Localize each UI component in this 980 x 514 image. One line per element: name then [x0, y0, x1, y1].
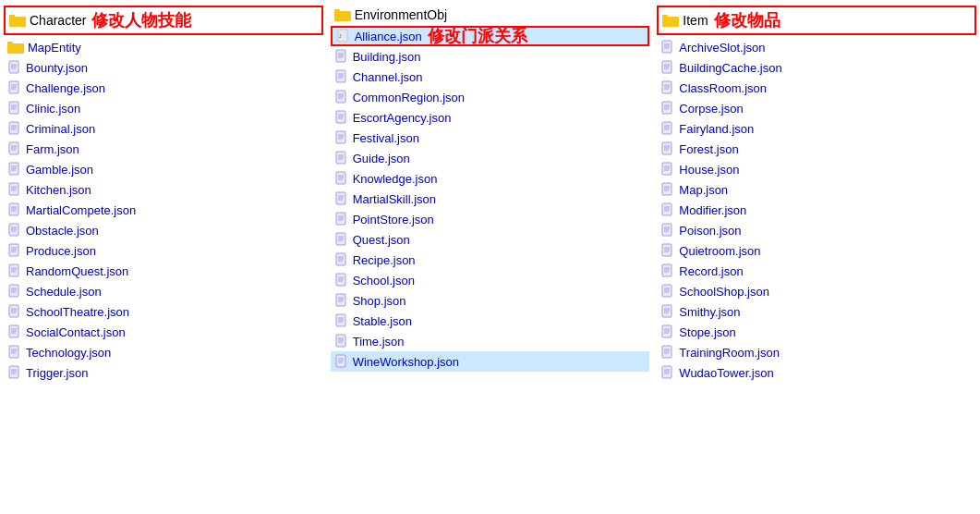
svg-rect-25 [9, 163, 18, 175]
file-item[interactable]: Stable.json [331, 311, 650, 331]
file-item[interactable]: BuildingCache.json [657, 57, 976, 78]
svg-rect-4 [7, 42, 13, 44]
alliance-label: Alliance.json [355, 30, 422, 43]
file-icon [334, 293, 349, 308]
svg-rect-183 [662, 264, 671, 276]
svg-rect-93 [336, 152, 345, 164]
file-icon [334, 212, 349, 226]
file-item[interactable]: Produce.json [4, 240, 323, 261]
svg-rect-117 [336, 274, 345, 286]
file-item[interactable]: MartialCompete.json [4, 200, 323, 220]
file-item[interactable]: Criminal.json [4, 118, 323, 139]
svg-rect-199 [662, 346, 671, 358]
svg-rect-13 [9, 102, 18, 114]
svg-rect-70 [334, 9, 340, 12]
file-item[interactable]: Quietroom.json [657, 240, 976, 261]
file-icon [7, 202, 22, 217]
svg-rect-33 [9, 203, 18, 215]
file-label: Challenge.json [26, 81, 105, 95]
file-label: Clinic.json [26, 102, 80, 116]
svg-rect-29 [9, 183, 18, 195]
file-item[interactable]: Festival.json [331, 128, 650, 148]
file-icon [660, 243, 675, 258]
file-item[interactable]: SocialContact.json [4, 322, 323, 342]
file-item[interactable]: Forest.json [657, 139, 976, 159]
file-item[interactable]: PointStore.json [331, 209, 650, 229]
character-annotation: 修改人物技能 [91, 9, 191, 31]
svg-rect-105 [336, 213, 345, 225]
file-item[interactable]: Challenge.json [4, 78, 323, 98]
file-item[interactable]: CommonRegion.json [331, 87, 650, 107]
folder-icon-item [662, 14, 679, 27]
file-item[interactable]: SchoolShop.json [657, 281, 976, 301]
file-icon [334, 151, 349, 165]
svg-rect-65 [9, 366, 18, 378]
file-item[interactable]: TrainingRoom.json [657, 342, 976, 362]
file-item[interactable]: Quest.json [331, 229, 650, 250]
file-item[interactable]: Time.json [331, 331, 650, 351]
file-item[interactable]: Technology.json [4, 342, 323, 362]
environmentobj-label: EnvironmentObj [355, 7, 447, 22]
file-item[interactable]: Schedule.json [4, 281, 323, 301]
svg-rect-41 [9, 244, 18, 256]
file-item[interactable]: Gamble.json [4, 159, 323, 179]
svg-rect-45 [9, 264, 18, 276]
file-item[interactable]: Modifier.json [657, 200, 976, 220]
svg-rect-171 [662, 203, 671, 215]
file-item[interactable]: Recipe.json [331, 250, 650, 270]
item-folder-header[interactable]: Item 修改物品 [657, 6, 976, 35]
file-item[interactable]: EscortAgency.json [331, 107, 650, 128]
file-item[interactable]: ArchiveSlot.json [657, 37, 976, 57]
file-icon [7, 162, 22, 177]
file-item[interactable]: Bounty.json [4, 57, 323, 78]
svg-rect-143 [662, 61, 671, 73]
file-item[interactable]: WineWorkshop.json [331, 351, 650, 372]
file-item[interactable]: Corpse.json [657, 98, 976, 118]
file-item[interactable]: House.json [657, 159, 976, 179]
svg-rect-179 [662, 244, 671, 256]
file-item[interactable]: RandomQuest.json [4, 261, 323, 281]
file-label: PointStore.json [353, 213, 434, 226]
file-icon-alliance: J [336, 29, 351, 43]
file-icon [334, 69, 349, 84]
file-item[interactable]: ClassRoom.json [657, 78, 976, 98]
svg-rect-49 [9, 285, 18, 297]
file-item[interactable]: Fairyland.json [657, 118, 976, 139]
environmentobj-folder-header[interactable]: EnvironmentObj [331, 6, 650, 24]
file-item[interactable]: SchoolTheatre.json [4, 301, 323, 322]
file-item[interactable]: WudaoTower.json [657, 362, 976, 383]
file-item[interactable]: Shop.json [331, 290, 650, 311]
svg-rect-187 [662, 285, 671, 297]
file-label: Festival.json [353, 131, 419, 145]
file-item[interactable]: Knowledge.json [331, 168, 650, 189]
file-item[interactable]: Channel.json [331, 67, 650, 87]
file-item[interactable]: School.json [331, 270, 650, 290]
file-label: Quietroom.json [679, 244, 760, 258]
file-item[interactable]: Record.json [657, 261, 976, 281]
file-item[interactable]: Poison.json [657, 220, 976, 240]
alliance-item[interactable]: J Alliance.json 修改门派关系 [331, 26, 650, 46]
file-item[interactable]: Building.json [331, 46, 650, 67]
file-item[interactable]: Smithy.json [657, 301, 976, 322]
file-item[interactable]: Kitchen.json [4, 179, 323, 200]
file-item[interactable]: Obstacle.json [4, 220, 323, 240]
svg-rect-101 [336, 192, 345, 204]
file-item[interactable]: Guide.json [331, 148, 650, 168]
file-item[interactable]: Trigger.json [4, 362, 323, 383]
file-item[interactable]: Stope.json [657, 322, 976, 342]
file-item[interactable]: MartialSkill.json [331, 189, 650, 209]
character-folder-header[interactable]: Character 修改人物技能 [4, 6, 323, 35]
file-item[interactable]: Clinic.json [4, 98, 323, 118]
svg-rect-125 [336, 314, 345, 326]
file-item[interactable]: Farm.json [4, 139, 323, 159]
svg-rect-85 [336, 111, 345, 123]
file-label: Stope.json [679, 325, 735, 339]
mapentity-item[interactable]: MapEntity [4, 37, 323, 57]
file-icon [660, 40, 675, 55]
character-label: Character [30, 13, 86, 28]
svg-rect-53 [9, 305, 18, 317]
file-label: Poison.json [679, 224, 741, 238]
file-item[interactable]: Map.json [657, 179, 976, 200]
file-icon [7, 141, 22, 156]
svg-rect-69 [334, 11, 351, 21]
